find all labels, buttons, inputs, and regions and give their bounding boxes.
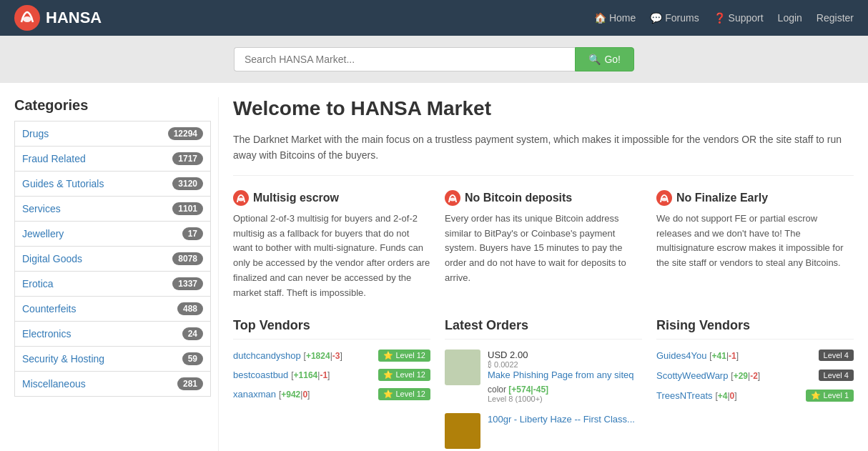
feature-no-bitcoin: No Bitcoin deposits Every order has its … (445, 190, 642, 301)
search-button[interactable]: 🔍 Go! (575, 47, 634, 71)
rising-vendor-info: ScottyWeedWarp [+29|-2] (656, 370, 760, 381)
category-count: 3120 (172, 177, 203, 190)
top-vendor-row: dutchcandyshop [+1824|-3] ⭐ Level 12 (233, 350, 430, 362)
vendor-stats: [+942|0] (279, 390, 310, 400)
category-count: 8078 (172, 252, 203, 265)
search-bar-container: 🔍 Go! (0, 36, 868, 83)
vendor-name[interactable]: bestcoastbud (233, 370, 288, 380)
sidebar-category-item[interactable]: Services 1101 (14, 197, 211, 222)
search-icon: 🔍 (588, 54, 601, 65)
top-vendor-row: bestcoastbud [+1164|-1] ⭐ Level 12 (233, 369, 430, 381)
order-title[interactable]: 100gr - Liberty Haze -- First Class... (488, 413, 642, 426)
vendor-level-badge: ⭐ Level 12 (378, 350, 430, 362)
feature-multisig-title: Multisig escrow (233, 190, 430, 206)
vendor-name[interactable]: xanaxman (233, 389, 276, 400)
nav-register[interactable]: Register (817, 12, 854, 24)
search-input[interactable] (234, 47, 575, 71)
top-vendor-row: xanaxman [+942|0] ⭐ Level 12 (233, 388, 430, 400)
order-title[interactable]: Make Phishing Page from any siteq (488, 369, 642, 382)
sidebar-category-item[interactable]: Digital Goods 8078 (14, 247, 211, 272)
category-name: Digital Goods (22, 253, 82, 264)
rising-vendor-minus: 0 (730, 391, 735, 401)
vendor-minus: -3 (332, 351, 340, 361)
rising-vendor-minus: -1 (729, 351, 736, 361)
feature-no-bitcoin-desc: Every order has its unique Bitcoin addre… (445, 212, 642, 286)
rising-vendor-row: TreesNTreats [+4|0] ⭐ Level 1 (656, 390, 854, 402)
top-vendors-list: dutchcandyshop [+1824|-3] ⭐ Level 12 bes… (233, 350, 430, 400)
welcome-title: Welcome to HANSA Market (233, 97, 854, 120)
sections-row: Top Vendors dutchcandyshop [+1824|-3] ⭐ … (233, 318, 854, 451)
features-row: Multisig escrow Optional 2-of-3 multisig… (233, 190, 854, 301)
order-item: 100gr - Liberty Haze -- First Class... (445, 413, 642, 449)
rising-vendor-name[interactable]: ScottyWeedWarp (656, 370, 728, 381)
rising-vendor-name[interactable]: Guides4You (656, 350, 706, 361)
rising-vendor-row: ScottyWeedWarp [+29|-2] Level 4 (656, 370, 854, 381)
category-count: 1717 (172, 152, 203, 165)
vendor-name[interactable]: dutchcandyshop (233, 350, 301, 361)
category-count: 24 (182, 327, 203, 340)
sidebar-category-item[interactable]: Counterfeits 488 (14, 297, 211, 322)
top-vendors-title: Top Vendors (233, 318, 430, 340)
sidebar-category-item[interactable]: Miscellaneous 281 (14, 372, 211, 397)
category-count: 12294 (168, 127, 203, 140)
main-container: Categories Drugs 12294Fraud Related 1717… (0, 83, 868, 451)
latest-orders-title: Latest Orders (445, 318, 642, 340)
rising-vendors-section: Rising Vendors Guides4You [+41|-1] Level… (656, 318, 854, 451)
latest-orders-list: USD 2.00 ₿ 0.0022 Make Phishing Page fro… (445, 350, 642, 449)
sidebar-category-item[interactable]: Guides & Tutorials 3120 (14, 172, 211, 197)
order-btc: ₿ 0.0022 (488, 360, 642, 369)
sidebar-category-item[interactable]: Fraud Related 1717 (14, 147, 211, 172)
sidebar-category-item[interactable]: Erotica 1337 (14, 272, 211, 297)
vendor-plus: +1164 (294, 370, 318, 380)
no-fe-icon (656, 190, 672, 206)
vendor-level-badge: ⭐ Level 12 (378, 369, 430, 381)
feature-no-fe: No Finalize Early We do not support FE o… (656, 190, 854, 301)
vendor-info: xanaxman [+942|0] (233, 388, 310, 400)
feature-no-fe-desc: We do not support FE or partial escrow r… (656, 212, 854, 271)
nav-login[interactable]: Login (778, 12, 802, 24)
category-count: 17 (182, 227, 203, 240)
nav-support[interactable]: ❓ Support (714, 12, 764, 24)
rising-vendor-plus: +4 (718, 391, 728, 401)
nav-links: 🏠 Home 💬 Forums ❓ Support Login Register (594, 12, 854, 24)
nav-forums[interactable]: 💬 Forums (650, 12, 699, 24)
category-name: Miscellaneous (22, 378, 86, 390)
order-seller: color [+574|-45] (488, 385, 642, 395)
rising-vendor-info: TreesNTreats [+4|0] (656, 390, 737, 401)
sidebar-category-item[interactable]: Jewellery 17 (14, 222, 211, 247)
rising-vendor-minus: -2 (750, 371, 758, 381)
vendor-stats: [+1824|-3] (304, 351, 342, 361)
category-name: Erotica (22, 278, 54, 289)
order-thumbnail (445, 350, 480, 385)
order-item: USD 2.00 ₿ 0.0022 Make Phishing Page fro… (445, 350, 642, 403)
category-name: Drugs (22, 128, 49, 139)
category-count: 59 (182, 352, 203, 365)
vendor-minus: 0 (302, 390, 307, 400)
hansa-logo-icon (14, 5, 40, 31)
navbar: HANSA 🏠 Home 💬 Forums ❓ Support Login Re… (0, 0, 868, 36)
rising-vendor-plus: +41 (712, 351, 726, 361)
vendor-minus: -1 (320, 370, 327, 380)
order-details: USD 2.00 ₿ 0.0022 Make Phishing Page fro… (488, 350, 642, 403)
brand-logo[interactable]: HANSA (14, 5, 102, 31)
rising-vendor-info: Guides4You [+41|-1] (656, 350, 739, 361)
rising-vendor-level-badge: ⭐ Level 1 (806, 390, 854, 402)
nav-home[interactable]: 🏠 Home (594, 12, 636, 24)
order-level: Level 8 (1000+) (488, 395, 642, 403)
no-bitcoin-icon (445, 190, 460, 206)
category-name: Services (22, 203, 61, 214)
sidebar-category-item[interactable]: Electronics 24 (14, 322, 211, 347)
latest-orders-section: Latest Orders USD 2.00 ₿ 0.0022 Make Phi… (445, 318, 642, 451)
svg-point-3 (238, 197, 244, 201)
category-count: 488 (177, 302, 203, 315)
feature-no-fe-title: No Finalize Early (656, 190, 854, 206)
sidebar-category-item[interactable]: Security & Hosting 59 (14, 347, 211, 372)
sidebar-category-item[interactable]: Drugs 12294 (14, 121, 211, 147)
order-details: 100gr - Liberty Haze -- First Class... (488, 413, 642, 429)
vendor-plus: +942 (281, 390, 300, 400)
rising-vendor-row: Guides4You [+41|-1] Level 4 (656, 350, 854, 361)
category-count: 1101 (172, 202, 203, 215)
rising-vendors-title: Rising Vendors (656, 318, 854, 340)
category-name: Security & Hosting (22, 353, 104, 365)
rising-vendor-name[interactable]: TreesNTreats (656, 390, 713, 401)
